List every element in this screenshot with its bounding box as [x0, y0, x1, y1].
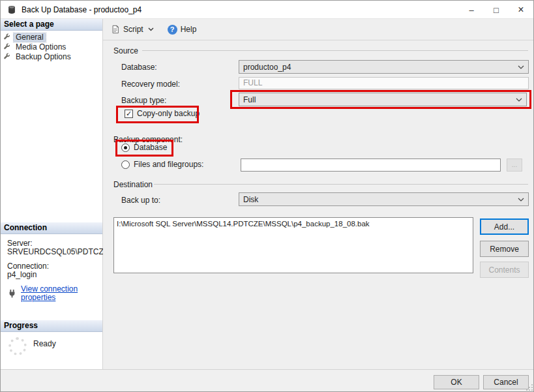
backup-database-dialog: Back Up Database - productoo_p4 – □ × Se… — [0, 0, 534, 392]
progress-status: Ready — [33, 339, 56, 348]
database-dropdown[interactable]: productoo_p4 — [239, 60, 529, 74]
unselected-radio-icon[interactable] — [121, 160, 130, 169]
files-filegroups-input[interactable] — [241, 158, 501, 172]
backup-destination-list[interactable]: I:\Microsoft SQL Server\MSSQL14.PDTCZE\M… — [113, 217, 473, 273]
component-database-label: Database — [134, 143, 167, 152]
view-connection-properties-link[interactable]: View connection properties — [21, 285, 102, 302]
source-group-line — [142, 50, 528, 51]
sidebar-item-label: Media Options — [14, 43, 68, 52]
copy-only-backup-option[interactable]: ✓ Copy-only backup — [125, 109, 200, 118]
close-button[interactable]: × — [509, 1, 533, 19]
component-files-option[interactable]: Files and filegroups: — [121, 160, 203, 169]
chevron-down-icon — [516, 98, 522, 102]
browse-button[interactable]: ... — [507, 158, 522, 172]
sidebar-item-general[interactable]: General — [3, 33, 102, 42]
title-bar: Back Up Database - productoo_p4 – □ × — [1, 1, 533, 19]
dialog-toolbar: Script ? Help — [103, 19, 534, 40]
server-value: SRVEURDCSQL05\PDTCZE — [7, 248, 102, 256]
sidebar: Select a page General Media Options Back… — [1, 19, 103, 369]
script-icon — [111, 25, 120, 34]
back-up-to-dropdown-value: Disk — [243, 195, 518, 204]
help-button[interactable]: ? Help — [165, 22, 200, 37]
chevron-down-icon — [518, 65, 524, 69]
source-group-label: Source — [113, 46, 138, 55]
select-a-page-header: Select a page — [1, 19, 102, 31]
sidebar-item-media-options[interactable]: Media Options — [3, 42, 102, 52]
help-icon: ? — [168, 25, 177, 35]
wrench-icon — [3, 33, 11, 41]
component-database-option[interactable]: Database — [121, 143, 167, 152]
recovery-model-field: FULL — [239, 77, 529, 89]
sidebar-item-backup-options[interactable]: Backup Options — [3, 52, 102, 61]
progress-spinner-icon — [8, 337, 27, 355]
contents-button: Contents — [480, 262, 529, 278]
progress-section: Progress Ready — [1, 320, 102, 355]
checked-checkbox-icon[interactable]: ✓ — [125, 110, 133, 118]
help-label: Help — [181, 25, 197, 34]
selected-radio-icon[interactable] — [121, 143, 130, 152]
window-title: Back Up Database - productoo_p4 — [22, 5, 141, 14]
back-up-to-dropdown[interactable]: Disk — [239, 192, 529, 206]
sidebar-item-label: General — [14, 33, 46, 42]
wrench-icon — [3, 53, 11, 61]
cancel-button[interactable]: Cancel — [483, 375, 529, 389]
connection-section: Connection Server: SRVEURDCSQL05\PDTCZE … — [1, 222, 102, 302]
destination-group-label: Destination — [113, 180, 153, 189]
progress-header: Progress — [1, 320, 102, 332]
chevron-down-icon — [148, 27, 154, 31]
copy-only-backup-label: Copy-only backup — [137, 109, 200, 118]
backup-type-dropdown[interactable]: Full — [239, 93, 527, 106]
connection-value: p4_login — [7, 271, 102, 279]
wrench-icon — [3, 43, 11, 51]
backup-path-item[interactable]: I:\Microsoft SQL Server\MSSQL14.PDTCZE\M… — [117, 219, 470, 228]
connection-header: Connection — [1, 222, 102, 234]
chevron-down-icon — [518, 198, 524, 202]
back-up-to-label: Back up to: — [121, 196, 160, 205]
ok-button[interactable]: OK — [434, 375, 479, 389]
script-label: Script — [123, 25, 143, 34]
backup-type-dropdown-value: Full — [243, 95, 516, 104]
resize-grip-icon[interactable] — [526, 384, 533, 391]
connection-properties-icon — [7, 289, 17, 298]
destination-group-line — [154, 184, 528, 185]
recovery-model-label: Recovery model: — [121, 80, 180, 89]
general-page-content: Source Database: productoo_p4 Recovery m… — [103, 40, 534, 369]
minimize-button[interactable]: – — [459, 1, 484, 19]
script-button[interactable]: Script — [108, 22, 160, 37]
database-icon — [7, 5, 16, 14]
remove-button[interactable]: Remove — [480, 241, 529, 257]
component-files-label: Files and filegroups: — [134, 160, 203, 169]
dialog-footer: OK Cancel — [1, 369, 534, 392]
backup-type-label: Backup type: — [121, 96, 166, 105]
sidebar-item-label: Backup Options — [14, 53, 73, 61]
database-label: Database: — [121, 63, 157, 72]
maximize-button[interactable]: □ — [484, 1, 509, 19]
database-dropdown-value: productoo_p4 — [243, 63, 518, 72]
add-button[interactable]: Add... — [480, 219, 529, 235]
